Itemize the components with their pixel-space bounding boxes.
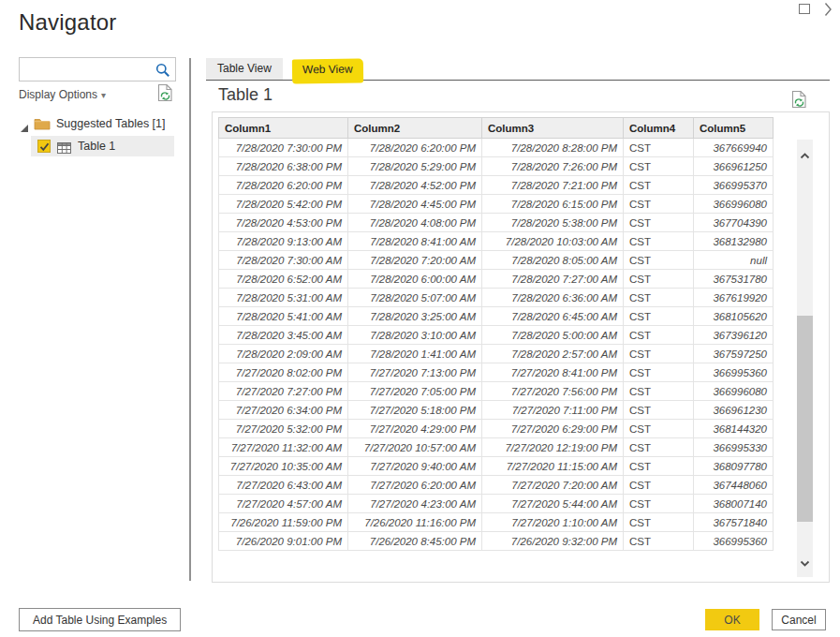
table-row: 7/26/2020 9:01:00 PM7/26/2020 8:45:00 PM… [219,532,774,551]
checkbox-checked[interactable] [37,140,51,153]
table-cell: 7/28/2020 8:28:00 PM [482,139,624,157]
table-cell: 7/28/2020 1:41:00 AM [348,345,482,363]
table-cell: CST [624,176,694,195]
maximize-icon[interactable] [799,4,810,14]
table-cell: 7/27/2020 8:02:00 PM [219,363,348,382]
table-row: 7/28/2020 7:30:00 PM7/28/2020 6:20:00 PM… [219,139,774,157]
table-cell: 7/27/2020 10:57:00 AM [348,438,482,457]
view-tabs: Table View Web View [206,58,362,80]
table-cell: 7/28/2020 6:36:00 AM [482,289,624,307]
cancel-button[interactable]: Cancel [772,609,826,630]
table-cell: CST [624,513,694,532]
scroll-up-icon[interactable] [800,146,810,163]
table-cell: CST [624,251,694,270]
chevron-right-icon[interactable] [824,2,833,21]
refresh-icon[interactable] [157,83,173,102]
table-cell: 7/26/2020 11:16:00 PM [348,513,482,532]
search-icon[interactable] [155,63,170,78]
table-cell: 7/28/2020 9:13:00 AM [219,232,348,251]
table-row: 7/28/2020 6:38:00 PM7/28/2020 5:29:00 PM… [219,157,774,176]
panel-divider [189,58,191,581]
table-cell: 368097780 [694,457,774,476]
table-cell: 7/28/2020 5:07:00 AM [348,289,482,307]
table-cell: CST [624,289,694,307]
table-row: 7/27/2020 4:57:00 AM7/27/2020 4:23:00 AM… [219,495,774,513]
table-cell: 7/27/2020 10:35:00 AM [219,457,348,476]
tab-table-view[interactable]: Table View [206,58,283,80]
table-cell: 7/28/2020 2:09:00 AM [219,345,348,363]
table-cell: 366996080 [694,195,774,214]
table-cell: CST [624,270,694,289]
preview-table-title: Table 1 [218,85,273,105]
table-cell: 7/28/2020 7:20:00 AM [348,251,482,270]
table-cell: CST [624,232,694,251]
chevron-down-icon: ▾ [101,90,106,100]
add-table-using-examples-button[interactable]: Add Table Using Examples [19,608,181,631]
tree-item-table1[interactable]: Table 1 [31,136,174,156]
table-cell: 7/27/2020 5:44:00 AM [482,495,624,513]
scroll-down-icon[interactable] [800,554,810,570]
table-cell: 7/28/2020 6:15:00 PM [482,195,624,214]
table-row: 7/28/2020 7:30:00 AM7/28/2020 7:20:00 AM… [219,251,774,270]
table-cell: CST [624,214,694,232]
table-cell: 366995370 [694,176,774,195]
table-cell: 7/27/2020 5:32:00 PM [219,420,348,438]
table-cell: 7/28/2020 4:52:00 PM [348,176,482,195]
table-cell: 7/28/2020 4:08:00 PM [348,214,482,232]
table-row: 7/28/2020 5:41:00 AM7/28/2020 3:25:00 AM… [219,307,774,326]
table-row: 7/27/2020 10:35:00 AM7/27/2020 9:40:00 A… [219,457,774,476]
column-header: Column3 [482,118,624,139]
table-cell: 7/26/2020 9:01:00 PM [219,532,348,551]
table-cell: 7/27/2020 8:41:00 PM [482,363,624,382]
table-cell: 7/28/2020 5:42:00 PM [219,195,348,214]
table-row: 7/28/2020 5:31:00 AM7/28/2020 5:07:00 AM… [219,289,774,307]
table-cell: 366961230 [694,401,774,420]
table-row: 7/28/2020 6:52:00 AM7/28/2020 6:00:00 AM… [219,270,774,289]
scrollbar-thumb[interactable] [797,316,813,522]
table-cell: 7/26/2020 8:45:00 PM [348,532,482,551]
table-cell: 7/27/2020 4:29:00 PM [348,420,482,438]
table-cell: 7/26/2020 11:59:00 PM [219,513,348,532]
table-cell: 7/28/2020 6:00:00 AM [348,270,482,289]
ok-button[interactable]: OK [705,609,759,630]
table-cell: CST [624,382,694,401]
table-row: 7/27/2020 6:34:00 PM7/27/2020 5:18:00 PM… [219,401,774,420]
table-cell: 7/27/2020 7:56:00 PM [482,382,624,401]
vertical-scrollbar[interactable] [797,140,813,577]
table-cell: 7/28/2020 7:26:00 PM [482,157,624,176]
table-cell: 367597250 [694,345,774,363]
table-cell: CST [624,326,694,345]
table-cell: CST [624,157,694,176]
table-row: 7/26/2020 11:59:00 PM7/26/2020 11:16:00 … [219,513,774,532]
page-title: Navigator [19,9,117,36]
table-cell: CST [624,532,694,551]
table-cell: 7/28/2020 7:30:00 PM [219,139,348,157]
table-header-row: Column1Column2Column3Column4Column5 [219,118,774,139]
tab-web-view[interactable]: Web View [292,58,363,80]
search-input[interactable] [20,58,153,81]
table-cell: CST [624,457,694,476]
table-cell: 7/27/2020 7:27:00 PM [219,382,348,401]
display-options-dropdown[interactable]: Display Options▾ [19,88,106,101]
folder-icon [34,117,51,130]
table-cell: 7/27/2020 12:19:00 PM [482,438,624,457]
table-row: 7/28/2020 9:13:00 AM7/28/2020 8:41:00 AM… [219,232,774,251]
table-row: 7/28/2020 3:45:00 AM7/28/2020 3:10:00 AM… [219,326,774,345]
tree-node-suggested-tables[interactable]: Suggested Tables [1] [0,114,189,135]
table-row: 7/27/2020 11:32:00 AM7/27/2020 10:57:00 … [219,438,774,457]
table-cell: CST [624,476,694,495]
column-header: Column1 [219,118,348,139]
table-cell: 7/27/2020 6:34:00 PM [219,401,348,420]
table-cell: 7/28/2020 2:57:00 AM [482,345,624,363]
table-cell: 366961250 [694,157,774,176]
refresh-preview-icon[interactable] [791,90,807,109]
table-cell: 368105620 [694,307,774,326]
table-row: 7/28/2020 2:09:00 AM7/28/2020 1:41:00 AM… [219,345,774,363]
table-cell: 7/28/2020 6:20:00 PM [348,139,482,157]
tree-expander-icon[interactable] [20,120,29,129]
table-cell: 7/27/2020 7:20:00 AM [482,476,624,495]
table-cell: 368132980 [694,232,774,251]
column-header: Column4 [624,118,694,139]
display-options-label: Display Options [19,88,97,101]
table-cell: 367448060 [694,476,774,495]
